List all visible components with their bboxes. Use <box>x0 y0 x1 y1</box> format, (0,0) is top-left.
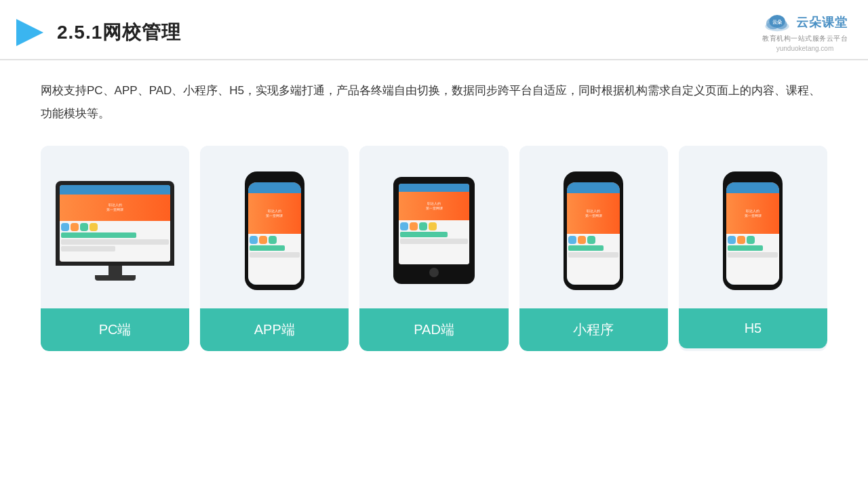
tablet-pad: 职达人的第一堂网课 <box>393 177 475 284</box>
pad-image-area: 职达人的第一堂网课 <box>359 146 508 308</box>
cloud-icon: 云朵 <box>762 12 792 33</box>
play-icon <box>14 16 46 49</box>
card-miniapp: 职达人的第一堂网课 <box>519 146 668 351</box>
card-h5-label: H5 <box>679 308 827 348</box>
phone-app: 职达人的第一堂网课 <box>245 171 304 290</box>
card-h5: 职达人的第一堂网课 <box>679 146 827 351</box>
card-pc: 职达人的第一堂网课 <box>41 146 189 351</box>
logo-url: yunduoketang.com <box>776 45 834 52</box>
svg-text:云朵: 云朵 <box>772 19 783 25</box>
card-pad: 职达人的第一堂网课 <box>359 146 508 351</box>
miniapp-image-area: 职达人的第一堂网课 <box>519 146 668 308</box>
logo-cloud: 云朵 云朵课堂 <box>762 12 848 33</box>
header: 2.5.1网校管理 云朵 云朵课堂 教育机构一站式服务云平台 yunduoket… <box>0 0 868 60</box>
svg-marker-0 <box>16 19 43 46</box>
logo-text: 云朵课堂 <box>796 14 848 30</box>
card-pad-label: PAD端 <box>359 308 508 351</box>
phone-miniapp: 职达人的第一堂网课 <box>564 171 623 290</box>
monitor-outer: 职达人的第一堂网课 <box>56 181 174 266</box>
logo-area: 云朵 云朵课堂 教育机构一站式服务云平台 yunduoketang.com <box>762 12 848 52</box>
page-title: 2.5.1网校管理 <box>57 20 181 45</box>
description-text: 网校支持PC、APP、PAD、小程序、H5，实现多端打通，产品各终端自由切换，数… <box>41 79 827 125</box>
main-content: 网校支持PC、APP、PAD、小程序、H5，实现多端打通，产品各终端自由切换，数… <box>0 60 868 365</box>
h5-image-area: 职达人的第一堂网课 <box>679 146 827 308</box>
pc-monitor: 职达人的第一堂网课 <box>56 181 174 281</box>
monitor-screen: 职达人的第一堂网课 <box>60 185 170 262</box>
phone-app-screen: 职达人的第一堂网课 <box>248 182 301 285</box>
cards-row: 职达人的第一堂网课 <box>41 146 827 351</box>
phone-h5: 职达人的第一堂网课 <box>723 171 783 290</box>
pc-image-area: 职达人的第一堂网课 <box>41 146 189 308</box>
card-miniapp-label: 小程序 <box>519 308 668 351</box>
card-app-label: APP端 <box>200 308 349 351</box>
logo-subtitle: 教育机构一站式服务云平台 <box>762 34 848 43</box>
phone-miniapp-screen: 职达人的第一堂网课 <box>567 182 620 285</box>
phone-h5-screen: 职达人的第一堂网课 <box>726 182 779 285</box>
card-pc-label: PC端 <box>41 308 189 351</box>
header-left: 2.5.1网校管理 <box>14 16 181 49</box>
card-app: 职达人的第一堂网课 <box>200 146 349 351</box>
app-image-area: 职达人的第一堂网课 <box>200 146 349 308</box>
tablet-screen: 职达人的第一堂网课 <box>399 184 469 264</box>
